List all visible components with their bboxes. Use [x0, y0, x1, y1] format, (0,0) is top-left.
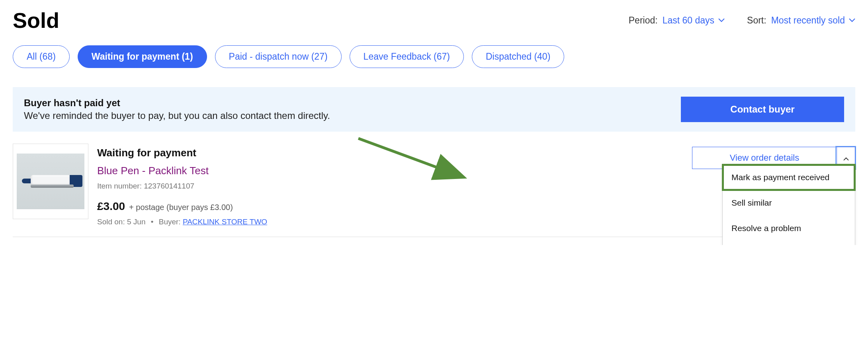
price-postage: + postage (buyer pays £3.00) [129, 203, 233, 212]
sort-filter[interactable]: Sort: Most recently sold [747, 15, 855, 26]
dropdown-add-note[interactable]: Add note [723, 241, 855, 245]
order-row: Waiting for payment Blue Pen - Packlink … [13, 140, 855, 237]
alert-title: Buyer hasn't paid yet [24, 97, 681, 109]
page-title: Sold [13, 8, 59, 33]
item-thumbnail[interactable] [13, 144, 88, 219]
tab-dispatched[interactable]: Dispatched (40) [472, 45, 564, 68]
dropdown-sell-similar[interactable]: Sell similar [723, 190, 855, 216]
chevron-up-icon [843, 153, 849, 163]
tab-leave-feedback[interactable]: Leave Feedback (67) [350, 45, 464, 68]
order-actions: View order details Mark as payment recei… [692, 144, 855, 169]
item-number-label: Item number: [97, 182, 144, 190]
alert-subtitle: We've reminded the buyer to pay, but you… [24, 110, 681, 121]
sort-value-text: Most recently sold [771, 15, 845, 26]
filter-controls: Period: Last 60 days Sort: Most recently… [629, 15, 855, 26]
tab-waiting-payment[interactable]: Waiting for payment (1) [78, 45, 207, 68]
period-value[interactable]: Last 60 days [663, 15, 725, 26]
item-number-value: 123760141107 [144, 182, 194, 190]
meta-row: Sold on: 5 Jun • Buyer: PACKLINK STORE T… [97, 218, 683, 226]
dropdown-mark-payment-received[interactable]: Mark as payment received [723, 165, 855, 190]
period-filter[interactable]: Period: Last 60 days [629, 15, 725, 26]
alert-banner: Buyer hasn't paid yet We've reminded the… [13, 87, 855, 132]
item-number: Item number: 123760141107 [97, 182, 683, 191]
meta-separator: • [151, 218, 154, 226]
sold-on-label: Sold on: [97, 218, 127, 226]
order-details: Waiting for payment Blue Pen - Packlink … [97, 144, 683, 226]
period-label: Period: [629, 15, 658, 26]
chevron-down-icon [849, 18, 855, 22]
price-row: £3.00 + postage (buyer pays £3.00) [97, 200, 683, 213]
contact-buyer-button[interactable]: Contact buyer [681, 97, 844, 122]
dropdown-menu: Mark as payment received Sell similar Re… [722, 164, 855, 245]
tab-paid-dispatch[interactable]: Paid - dispatch now (27) [215, 45, 342, 68]
sold-on-value: 5 Jun [127, 218, 145, 226]
tab-all[interactable]: All (68) [13, 45, 70, 68]
order-status: Waiting for payment [97, 147, 683, 159]
item-title-link[interactable]: Blue Pen - Packlink Test [97, 165, 683, 177]
price-main: £3.00 [97, 200, 125, 213]
chevron-down-icon [718, 18, 725, 22]
buyer-label: Buyer: [159, 218, 183, 226]
buyer-link[interactable]: PACKLINK STORE TWO [183, 218, 267, 226]
sort-value[interactable]: Most recently sold [771, 15, 855, 26]
dropdown-resolve-problem[interactable]: Resolve a problem [723, 216, 855, 241]
sort-label: Sort: [747, 15, 766, 26]
tabs-row: All (68) Waiting for payment (1) Paid - … [13, 45, 855, 68]
period-value-text: Last 60 days [663, 15, 714, 26]
